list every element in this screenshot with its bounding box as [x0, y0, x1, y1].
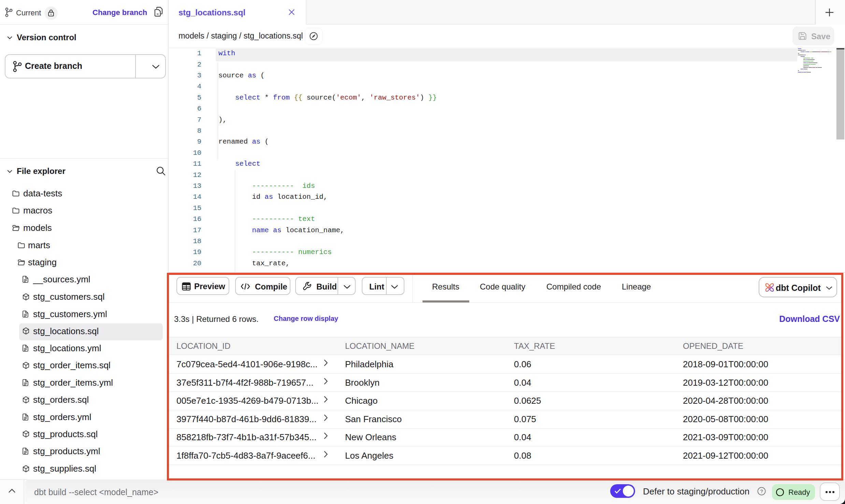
- svg-text:?: ?: [760, 489, 763, 494]
